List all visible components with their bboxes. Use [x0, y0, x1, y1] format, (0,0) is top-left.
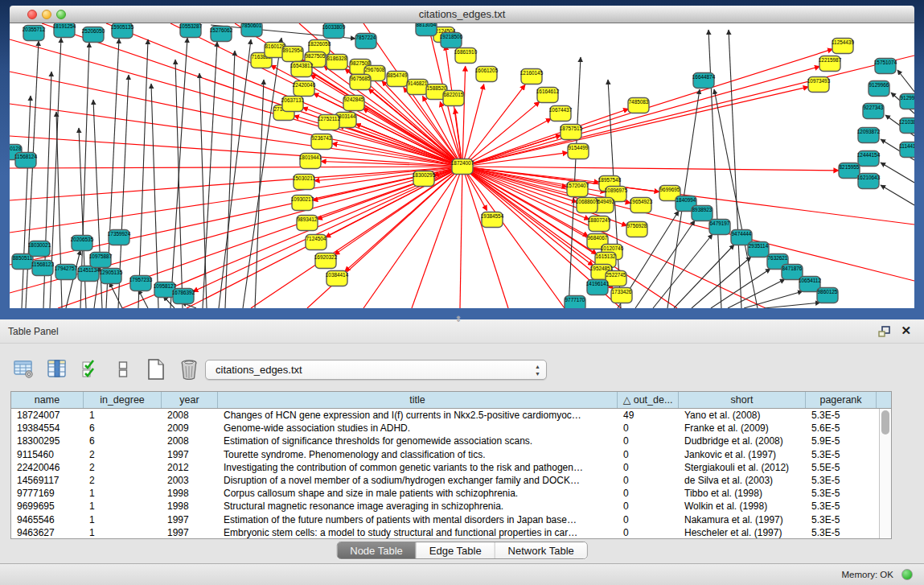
- graph-node[interactable]: 11254439: [832, 39, 854, 54]
- table-row[interactable]: 946554611997Estimation of the future num…: [11, 513, 891, 526]
- graph-node[interactable]: 15276062: [210, 27, 233, 42]
- red-citation-edge[interactable]: [462, 109, 629, 167]
- black-citation-edge[interactable]: [138, 39, 148, 308]
- graph-node[interactable]: 22420046: [293, 81, 316, 97]
- black-citation-edge[interactable]: [175, 60, 183, 308]
- graph-node[interactable]: 9146821: [407, 80, 428, 95]
- graph-node[interactable]: 11568123: [31, 261, 54, 276]
- float-panel-icon[interactable]: [878, 326, 890, 337]
- red-citation-edge[interactable]: [363, 167, 462, 308]
- graph-node[interactable]: 1733426: [611, 288, 632, 303]
- black-citation-edge[interactable]: [203, 42, 217, 308]
- black-citation-edge[interactable]: [881, 185, 914, 205]
- graph-node[interactable]: 8854749: [387, 72, 408, 87]
- graph-node[interactable]: 10975887: [89, 253, 113, 268]
- black-citation-edge[interactable]: [199, 73, 207, 308]
- delete-trash-icon[interactable]: [178, 358, 200, 381]
- graph-node[interactable]: 20637131: [281, 97, 305, 112]
- graph-node[interactable]: 8938923: [692, 206, 713, 221]
- graph-node[interactable]: 9242845: [343, 96, 364, 111]
- black-citation-edge[interactable]: [225, 51, 235, 308]
- graph-node[interactable]: 15905135: [111, 23, 134, 39]
- graph-node[interactable]: 25206050: [82, 27, 105, 43]
- graph-node[interactable]: 10384414: [326, 271, 349, 286]
- graph-node[interactable]: 2935114: [748, 242, 769, 257]
- graph-node[interactable]: 12444154: [857, 151, 881, 167]
- table-row[interactable]: 1938455462009Genome-wide association stu…: [11, 422, 891, 435]
- graph-node[interactable]: 17942757: [55, 265, 78, 280]
- column-header-out_de[interactable]: △ out_de...: [618, 392, 679, 408]
- table-settings-icon[interactable]: [13, 358, 35, 381]
- table-row[interactable]: 1830029562008Estimation of significance …: [11, 435, 891, 447]
- column-header-name[interactable]: name: [11, 392, 84, 408]
- graph-node[interactable]: 12103872: [899, 118, 914, 134]
- table-row[interactable]: 2242004622012Investigating the contribut…: [11, 461, 891, 474]
- red-citation-edge[interactable]: [345, 167, 462, 271]
- graph-node[interactable]: 15720407: [566, 182, 589, 197]
- graph-node[interactable]: 8850511: [12, 254, 33, 270]
- red-citation-edge[interactable]: [462, 167, 839, 171]
- graph-node[interactable]: 17359924: [108, 230, 131, 245]
- column-header-year[interactable]: year: [162, 392, 218, 408]
- red-citation-edge[interactable]: [339, 126, 462, 167]
- graph-node[interactable]: 19654923: [630, 198, 653, 213]
- graph-node[interactable]: 18724007: [451, 159, 474, 175]
- table-selector-combobox[interactable]: citations_edges.txt ▲▼: [205, 360, 547, 380]
- graph-node[interactable]: 7485083: [628, 98, 649, 113]
- scrollbar-thumb[interactable]: [881, 410, 889, 435]
- graph-node[interactable]: 11568124: [14, 153, 37, 168]
- red-citation-edge[interactable]: [460, 167, 462, 308]
- new-document-icon[interactable]: [145, 358, 167, 381]
- black-citation-edge[interactable]: [138, 290, 148, 308]
- red-citation-edge[interactable]: [251, 167, 462, 308]
- graph-node[interactable]: 17957233: [129, 276, 153, 291]
- graph-node[interactable]: 9756928: [626, 222, 647, 237]
- column-header-short[interactable]: short: [679, 392, 806, 408]
- graph-node[interactable]: 10688609: [576, 198, 599, 213]
- graph-node[interactable]: 8813054: [416, 23, 437, 36]
- graph-node[interactable]: 18191254: [53, 23, 76, 38]
- graph-node[interactable]: 16861910: [454, 48, 478, 64]
- graph-node[interactable]: 19384554: [481, 212, 504, 228]
- graph-node[interactable]: 6479197: [709, 220, 730, 235]
- graph-node[interactable]: 15751074: [874, 59, 897, 74]
- graph-node[interactable]: 18300295: [413, 171, 436, 187]
- black-citation-edge[interactable]: [653, 234, 713, 308]
- graph-node[interactable]: 12752112: [318, 115, 340, 130]
- table-row[interactable]: 969969511998Structural magnetic resonanc…: [11, 500, 891, 513]
- red-citation-edge[interactable]: [10, 104, 462, 167]
- close-panel-icon[interactable]: ✕: [901, 323, 911, 338]
- graph-node[interactable]: 8912954: [282, 47, 303, 62]
- graph-node[interactable]: 9227343: [863, 104, 884, 119]
- black-citation-edge[interactable]: [744, 291, 803, 308]
- graph-node[interactable]: 16543812: [290, 62, 314, 77]
- graph-node[interactable]: 9129967: [900, 94, 914, 109]
- graph-node[interactable]: 16164612: [536, 88, 560, 103]
- graph-node[interactable]: 18807249: [588, 216, 611, 232]
- graph-node[interactable]: 6822015: [443, 91, 464, 106]
- graph-node[interactable]: 11451134: [77, 266, 100, 282]
- graph-node[interactable]: 15030211: [293, 175, 315, 190]
- graph-node[interactable]: 14196141: [586, 280, 610, 295]
- black-citation-edge[interactable]: [764, 303, 820, 308]
- red-citation-edge[interactable]: [462, 66, 466, 167]
- table-row[interactable]: 911546021997Tourette syndrome. Phenomeno…: [11, 448, 891, 461]
- graph-node[interactable]: 9236743: [311, 134, 332, 150]
- graph-node[interactable]: 10973493: [807, 77, 831, 93]
- memory-status-indicator-icon[interactable]: [901, 569, 913, 580]
- black-citation-edge[interactable]: [219, 39, 251, 308]
- graph-node[interactable]: 12905135: [100, 269, 123, 284]
- network-graph-canvas[interactable]: 1872400771638228160128891295418226058982…: [10, 23, 914, 308]
- black-citation-edge[interactable]: [22, 96, 31, 308]
- graph-node[interactable]: 20206535: [71, 236, 94, 251]
- red-citation-edge[interactable]: [42, 23, 462, 167]
- graph-node[interactable]: 16033809: [322, 23, 346, 39]
- graph-node[interactable]: 10553287: [179, 23, 203, 38]
- rows-icon[interactable]: [112, 358, 134, 381]
- graph-node[interactable]: 12093872: [857, 128, 881, 143]
- black-citation-edge[interactable]: [243, 38, 281, 308]
- graph-node[interactable]: 9129966: [869, 81, 889, 97]
- graph-node[interactable]: 9860125: [817, 288, 838, 303]
- vertical-scrollbar[interactable]: [879, 409, 891, 538]
- graph-node[interactable]: 16061205: [475, 67, 499, 82]
